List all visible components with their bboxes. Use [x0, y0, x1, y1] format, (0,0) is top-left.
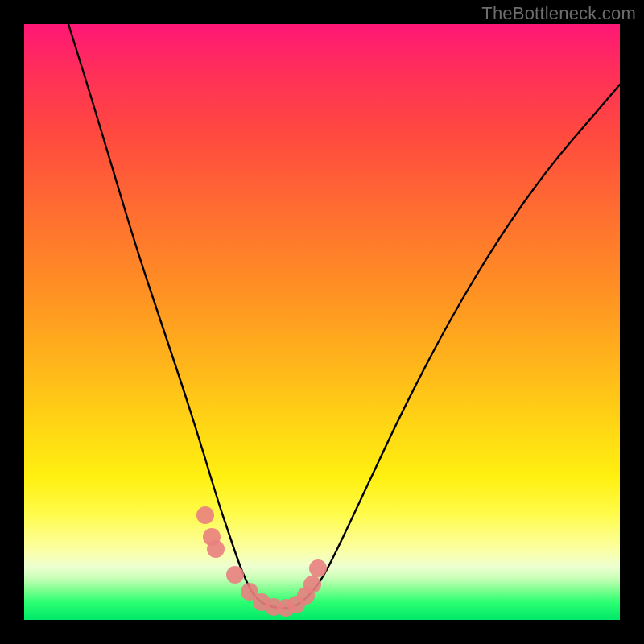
reference-marker [226, 566, 244, 584]
reference-marker [309, 559, 327, 577]
reference-markers-group [196, 506, 327, 617]
bottleneck-curve [68, 24, 620, 608]
watermark-text: TheBottleneck.com [481, 3, 636, 24]
curve-svg [24, 24, 620, 620]
reference-marker [303, 576, 321, 593]
plot-area [24, 24, 620, 620]
reference-marker [207, 540, 225, 558]
reference-marker [196, 506, 214, 524]
chart-frame: TheBottleneck.com [0, 0, 644, 644]
